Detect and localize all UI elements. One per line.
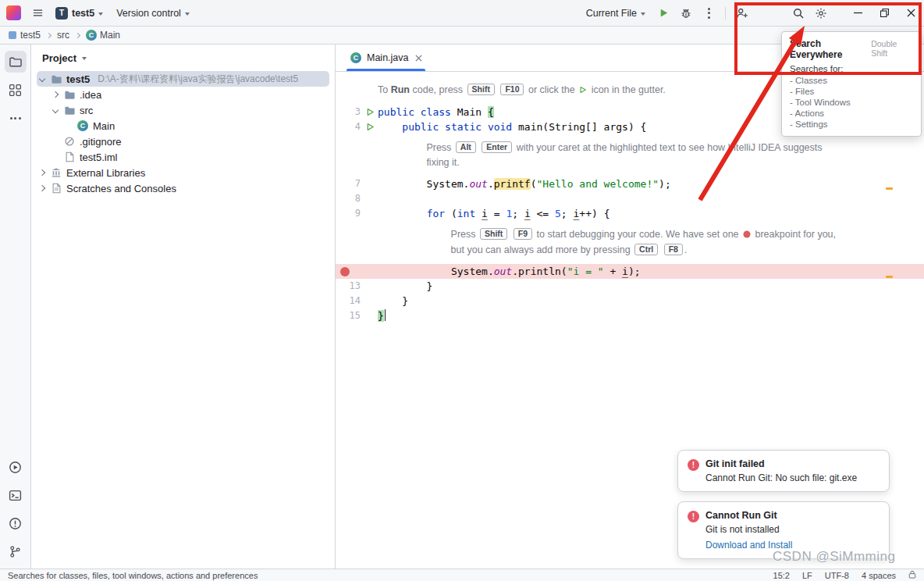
- horizontal-dots-icon: [10, 117, 21, 119]
- line-text: fixing it.: [378, 155, 460, 170]
- breadcrumb-item-src[interactable]: src: [57, 30, 69, 41]
- chevron-down-icon[interactable]: [39, 76, 45, 82]
- breadcrumb-item-main[interactable]: CMain: [86, 30, 120, 41]
- settings-icon[interactable]: [811, 3, 831, 23]
- project-widget[interactable]: T test5: [50, 5, 108, 22]
- tree-item[interactable]: External Libraries: [37, 165, 329, 180]
- project-panel-header[interactable]: Project: [31, 45, 335, 71]
- gutter[interactable]: [336, 264, 378, 279]
- gutter[interactable]: 9: [336, 206, 378, 221]
- encoding-indicator[interactable]: UTF-8: [825, 571, 849, 580]
- line-text: public static void main(String[] args) {: [378, 119, 646, 134]
- gutter[interactable]: 3: [336, 105, 378, 119]
- close-tab-icon[interactable]: [415, 55, 422, 62]
- analysis-mark: [886, 187, 893, 190]
- tree-item[interactable]: Scratches and Consoles: [37, 180, 329, 196]
- gutter[interactable]: [336, 141, 378, 155]
- version-control-widget[interactable]: Version control: [111, 5, 195, 21]
- chevron-down-icon[interactable]: [52, 107, 59, 113]
- run-line-icon[interactable]: [362, 105, 378, 119]
- key-chip: F8: [664, 244, 683, 255]
- code-token: );: [659, 178, 671, 190]
- tree-item[interactable]: CMain: [37, 118, 329, 134]
- minimize-button[interactable]: [844, 0, 871, 26]
- gutter[interactable]: [336, 243, 378, 258]
- gutter[interactable]: 13: [336, 279, 378, 294]
- debug-button[interactable]: [676, 3, 696, 23]
- code-line[interactable]: 9 for (int i = 1; i <= 5; i++) {: [336, 206, 924, 221]
- search-everywhere-icon[interactable]: [788, 3, 808, 23]
- git-tool-window-icon[interactable]: [5, 540, 27, 562]
- code-line[interactable]: 7 System.out.printf("Hello and welcome!"…: [336, 176, 924, 191]
- code-line[interactable]: 13 }: [336, 279, 924, 294]
- caret-position[interactable]: 15:2: [773, 571, 790, 580]
- code-line[interactable]: System.out.println("i = " + i);: [336, 264, 924, 279]
- read-lock-icon[interactable]: [908, 570, 916, 580]
- editor-inlay-hint: Press Shift F9 to start debugging your c…: [336, 227, 924, 243]
- line-number: 8: [336, 191, 362, 206]
- scratches-icon: [50, 182, 62, 194]
- tree-item-label: .idea: [80, 89, 101, 101]
- gutter[interactable]: [336, 155, 378, 170]
- gutter[interactable]: 15: [336, 308, 378, 323]
- run-line-icon[interactable]: [362, 119, 378, 134]
- code-token: [378, 208, 427, 219]
- tree-item[interactable]: .gitignore: [37, 134, 329, 149]
- main-menu-icon[interactable]: [27, 3, 48, 23]
- maximize-button[interactable]: [871, 0, 897, 26]
- structure-tool-window-icon[interactable]: [5, 79, 27, 101]
- tree-item[interactable]: .idea: [37, 87, 329, 102]
- run-button[interactable]: [653, 3, 673, 23]
- project-name: test5: [72, 8, 94, 19]
- code-token: (: [451, 208, 457, 219]
- folder-icon: [50, 73, 62, 85]
- code-line[interactable]: 14 }: [336, 294, 924, 308]
- run-configuration-widget[interactable]: Current File: [581, 5, 651, 21]
- code-with-me-icon[interactable]: [732, 3, 752, 23]
- chevron-right-icon[interactable]: [39, 169, 45, 176]
- gutter[interactable]: [336, 83, 378, 98]
- class-icon: C: [350, 52, 362, 64]
- chevron-down-icon: [98, 12, 103, 16]
- terminal-tool-window-icon[interactable]: [5, 484, 27, 506]
- project-tool-window-icon[interactable]: [5, 51, 27, 73]
- close-button[interactable]: [897, 0, 924, 26]
- gutter[interactable]: 4: [336, 119, 378, 134]
- gutter[interactable]: 8: [336, 191, 378, 206]
- line-separator-indicator[interactable]: LF: [802, 571, 812, 580]
- gutter[interactable]: 14: [336, 294, 378, 308]
- breadcrumb-item-test5[interactable]: test5: [8, 30, 41, 41]
- tree-item[interactable]: test5D:\A-资料\课程资料\java实验报告\javacode\test…: [37, 71, 329, 87]
- run-tool-window-icon[interactable]: [5, 456, 27, 478]
- line-text: Press Shift F9 to start debugging your c…: [378, 227, 836, 243]
- more-tool-windows-icon[interactable]: [5, 107, 27, 129]
- editor-inlay-hint: fixing it.: [336, 155, 924, 170]
- code-token: with your caret at the highlighted text …: [514, 142, 822, 153]
- code-token: [659, 244, 662, 255]
- file-icon: [63, 151, 76, 163]
- code-token: Main: [457, 106, 488, 118]
- code-line[interactable]: 8: [336, 191, 924, 206]
- code-line[interactable]: 15}: [336, 308, 924, 323]
- indent-indicator[interactable]: 4 spaces: [862, 571, 896, 580]
- tab-main-java[interactable]: C Main.java: [342, 45, 430, 71]
- code-token: fixing it.: [426, 157, 459, 168]
- more-actions-icon[interactable]: [698, 3, 719, 23]
- line-text: for (int i = 1; i <= 5; i++) {: [378, 206, 609, 221]
- breakpoint-icon[interactable]: [340, 267, 350, 276]
- gutter[interactable]: 7: [336, 176, 378, 191]
- gutter[interactable]: [336, 227, 378, 243]
- line-text: System.out.println("i = " + i);: [378, 264, 641, 279]
- key-chip: Shift: [467, 84, 495, 95]
- search-everywhere-popup: Search Everywhere Double Shift Searches …: [781, 31, 922, 137]
- chevron-right-icon[interactable]: [52, 91, 59, 98]
- code-token: int: [457, 208, 482, 219]
- line-number: 7: [336, 176, 362, 191]
- problems-tool-window-icon[interactable]: [5, 512, 27, 534]
- gutter-slot: [362, 264, 378, 279]
- line-text: System.out.printf("Hello and welcome!");: [378, 176, 671, 191]
- code-token: .println(: [512, 266, 567, 277]
- chevron-right-icon[interactable]: [39, 185, 45, 191]
- tree-item[interactable]: src: [37, 102, 329, 118]
- tree-item[interactable]: test5.iml: [37, 149, 329, 165]
